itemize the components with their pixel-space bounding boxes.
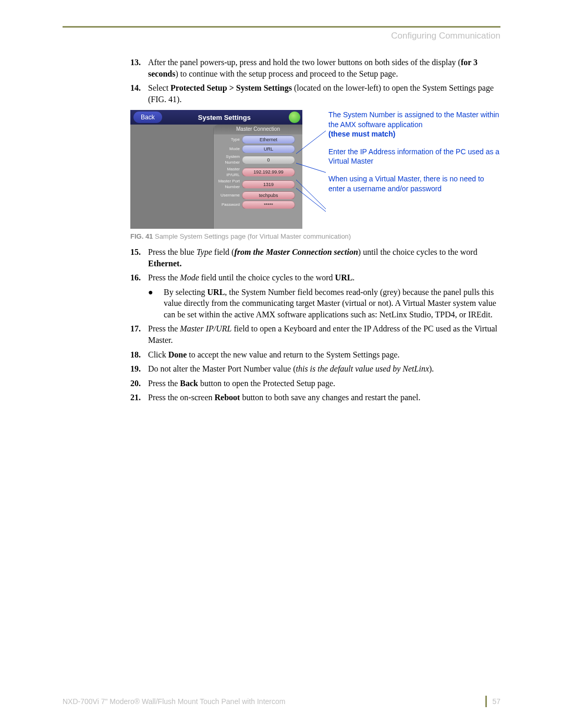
text-bold: Back bbox=[180, 379, 198, 388]
step-text: Click Done to accept the new value and r… bbox=[148, 349, 500, 361]
text-bold: URL bbox=[335, 273, 353, 282]
step-13: 13. After the panel powers-up, press and… bbox=[130, 57, 500, 79]
step-text: After the panel powers-up, press and hol… bbox=[148, 57, 500, 79]
panel-title: Master Connection bbox=[214, 125, 302, 134]
text: ) to continue with the setup process and… bbox=[175, 69, 398, 78]
annot-credentials: When using a Virtual Master, there is no… bbox=[328, 174, 500, 193]
figure-caption: FIG. 41 Sample System Settings page (for… bbox=[130, 232, 500, 241]
footer-page-number: 57 bbox=[485, 696, 500, 707]
username-field[interactable]: techpubs bbox=[242, 191, 295, 200]
row-user: Username techpubs bbox=[214, 191, 302, 200]
step-16-bullet: ● By selecting URL, the System Number fi… bbox=[148, 287, 500, 320]
text-italic: Mode bbox=[180, 273, 199, 282]
text-bold-italic: from the Master Connection section bbox=[234, 248, 358, 256]
step-number: 13. bbox=[130, 57, 148, 79]
field-label: System Number bbox=[214, 154, 242, 166]
text: Select bbox=[148, 83, 170, 92]
text: By selecting bbox=[164, 288, 207, 297]
step-15: 15. Press the blue Type field (from the … bbox=[130, 246, 500, 269]
text: Press the on-screen bbox=[148, 393, 215, 402]
text: . bbox=[352, 273, 354, 282]
section-header: Configuring Communication bbox=[63, 31, 500, 41]
password-field[interactable]: ***** bbox=[242, 201, 295, 209]
system-number-field: 0 bbox=[242, 156, 295, 164]
step-21: 21. Press the on-screen Reboot button to… bbox=[130, 392, 500, 403]
step-19: 19. Do not alter the Master Port Number … bbox=[130, 363, 500, 375]
field-label: Username bbox=[214, 193, 242, 199]
text-bold: URL bbox=[207, 288, 225, 297]
field-label: Mode bbox=[214, 146, 242, 152]
text-italic: Type bbox=[197, 248, 212, 256]
master-port-field[interactable]: 1319 bbox=[242, 180, 295, 189]
step-number: 14. bbox=[130, 82, 148, 105]
text-italic: this is the default value used by NetLin… bbox=[296, 364, 429, 373]
text: Click bbox=[148, 350, 168, 359]
text: Press the bbox=[148, 379, 180, 388]
page-footer: NXD-700Vi 7" Modero® Wall/Flush Mount To… bbox=[63, 696, 500, 707]
bullet-icon: ● bbox=[148, 287, 164, 320]
master-ip-field[interactable]: 192.192.99.99 bbox=[242, 168, 295, 176]
annotation-column: The System Number is assigned to the Mas… bbox=[328, 110, 500, 201]
step-text: Press the Back button to open the Protec… bbox=[148, 378, 500, 389]
step-14: 14. Select Protected Setup > System Sett… bbox=[130, 82, 500, 105]
figure-wrap: Back System Settings Master Connection T… bbox=[130, 110, 500, 229]
text: ) until the choice cycles to the word bbox=[358, 248, 478, 256]
annot-ip: Enter the IP Address information of the … bbox=[328, 147, 500, 166]
field-label: Master Port Number bbox=[214, 179, 242, 190]
step-20: 20. Press the Back button to open the Pr… bbox=[130, 378, 500, 389]
step-text: Press the on-screen Reboot button to bot… bbox=[148, 392, 500, 403]
text: field until the choice cycles to the wor… bbox=[199, 273, 335, 282]
text: Press the bbox=[148, 273, 180, 282]
master-connection-panel: Master Connection Type Ethernet Mode URL… bbox=[213, 125, 302, 229]
step-text: Do not alter the Master Port Number valu… bbox=[148, 363, 500, 375]
step-text: Press the Master IP/URL field to open a … bbox=[148, 323, 500, 346]
row-sysnum: System Number 0 bbox=[214, 154, 302, 166]
text: After the panel powers-up, press and hol… bbox=[148, 58, 461, 67]
step-number: 15. bbox=[130, 246, 148, 269]
annot-text-bold: (these must match) bbox=[328, 130, 395, 138]
step-number: 20. bbox=[130, 378, 148, 389]
step-18: 18. Click Done to accept the new value a… bbox=[130, 349, 500, 361]
text: Press the blue bbox=[148, 248, 197, 256]
annot-text: The System Number is assigned to the Mas… bbox=[328, 110, 499, 128]
text-bold: Protected Setup > System Settings bbox=[170, 83, 292, 92]
figure-title: System Settings bbox=[162, 113, 302, 122]
step-16: 16. Press the Mode field until the choic… bbox=[130, 272, 500, 283]
field-label: Master IP/URL bbox=[214, 167, 242, 178]
caption-text: Sample System Settings page (for Virtual… bbox=[153, 232, 351, 240]
annot-system-number: The System Number is assigned to the Mas… bbox=[328, 110, 500, 139]
text: button to open the Protected Setup page. bbox=[198, 379, 335, 388]
step-17: 17. Press the Master IP/URL field to ope… bbox=[130, 323, 500, 346]
figure-topbar: Back System Settings bbox=[130, 110, 302, 125]
field-label: Password bbox=[214, 202, 242, 208]
text: ). bbox=[429, 364, 434, 373]
text: Press the bbox=[148, 324, 180, 333]
step-text: Select Protected Setup > System Settings… bbox=[148, 82, 500, 105]
step-number: 21. bbox=[130, 392, 148, 403]
text: to accept the new value and return to th… bbox=[187, 350, 399, 359]
caption-bold: FIG. 41 bbox=[130, 232, 153, 240]
step-text: Press the blue Type field (from the Mast… bbox=[148, 246, 500, 269]
text: Do not alter the Master Port Number valu… bbox=[148, 364, 296, 373]
row-type: Type Ethernet bbox=[214, 135, 302, 144]
text-bold: Ethernet. bbox=[148, 259, 181, 268]
step-number: 17. bbox=[130, 323, 148, 346]
row-port: Master Port Number 1319 bbox=[214, 179, 302, 190]
mode-field[interactable]: URL bbox=[242, 145, 295, 153]
footer-left: NXD-700Vi 7" Modero® Wall/Flush Mount To… bbox=[63, 697, 485, 706]
top-rule bbox=[63, 26, 500, 28]
step-text: Press the Mode field until the choice cy… bbox=[148, 272, 500, 283]
text-bold: Done bbox=[168, 350, 187, 359]
back-button[interactable]: Back bbox=[133, 112, 162, 123]
field-label: Type bbox=[214, 137, 242, 143]
bullet-text: By selecting URL, the System Number fiel… bbox=[164, 287, 500, 320]
figure-screenshot: Back System Settings Master Connection T… bbox=[130, 110, 302, 229]
text-italic: Master IP/URL bbox=[180, 324, 231, 333]
step-number: 16. bbox=[130, 272, 148, 283]
row-pass: Password ***** bbox=[214, 201, 302, 209]
type-field[interactable]: Ethernet bbox=[242, 135, 295, 144]
step-number: 18. bbox=[130, 349, 148, 361]
text: button to both save any changes and rest… bbox=[240, 393, 420, 402]
row-ip: Master IP/URL 192.192.99.99 bbox=[214, 167, 302, 178]
step-number: 19. bbox=[130, 363, 148, 375]
